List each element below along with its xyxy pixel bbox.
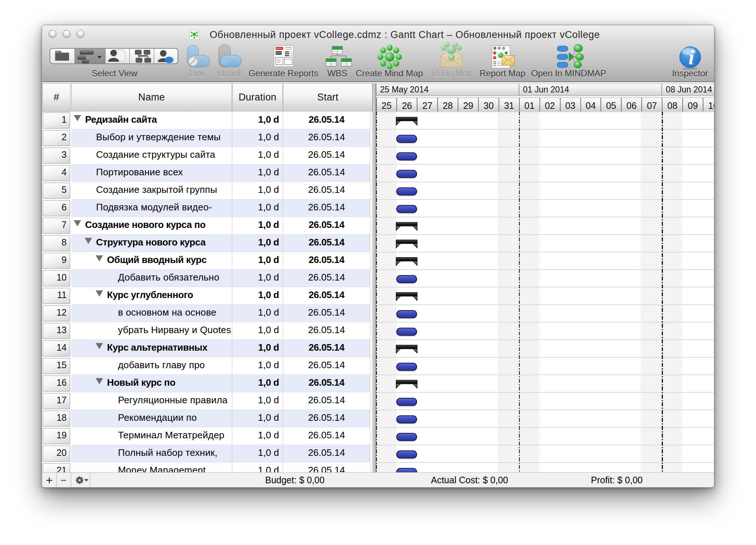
svg-text:i: i — [688, 45, 694, 69]
